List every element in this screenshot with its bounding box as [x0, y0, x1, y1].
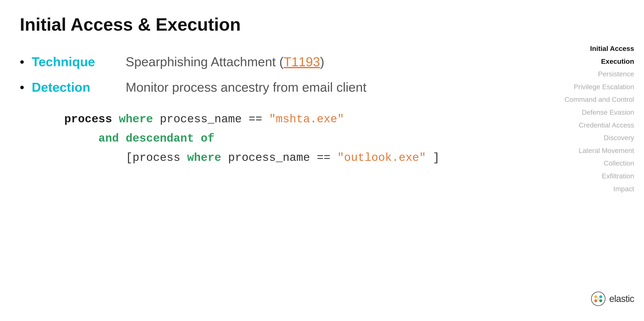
sidebar: Initial Access Execution Persistence Pri…: [552, 0, 644, 321]
bullet-list: • Technique Spearphishing Attachment (T1…: [20, 54, 530, 95]
code-descendant: descendant of: [126, 132, 214, 145]
code-line-1: process where process_name == "mshta.exe…: [64, 110, 530, 129]
page-title: Initial Access & Execution: [20, 15, 530, 34]
technique-label: Technique: [32, 54, 126, 69]
technique-text-suffix: ): [320, 55, 324, 69]
svg-point-5: [597, 297, 600, 300]
detection-bullet: • Detection Monitor process ancestry fro…: [20, 80, 530, 95]
code-and: and: [98, 132, 119, 145]
sidebar-item-impact[interactable]: Impact: [564, 185, 634, 193]
sidebar-item-initial-access[interactable]: Initial Access: [564, 44, 634, 53]
code-end: ]: [433, 151, 440, 164]
sidebar-item-persistence[interactable]: Persistence: [564, 70, 634, 78]
code-plain-1: process_name ==: [160, 113, 269, 126]
svg-point-4: [599, 299, 602, 302]
elastic-logo-icon: [591, 291, 606, 306]
main-content: Initial Access & Execution • Technique S…: [0, 0, 550, 321]
sidebar-nav: Initial Access Execution Persistence Pri…: [564, 44, 634, 193]
detection-label: Detection: [32, 80, 126, 95]
sidebar-item-defense-evasion[interactable]: Defense Evasion: [564, 108, 634, 117]
code-indent-3: [64, 151, 119, 164]
code-bracket: [process: [126, 151, 180, 164]
code-where-2: where: [187, 151, 221, 164]
sidebar-item-discovery[interactable]: Discovery: [564, 134, 634, 142]
sidebar-item-lateral-movement[interactable]: Lateral Movement: [564, 147, 634, 155]
technique-text-prefix: Spearphishing Attachment (: [126, 55, 284, 69]
technique-link[interactable]: T1193: [284, 55, 320, 69]
code-line-3: [process where process_name == "outlook.…: [64, 148, 530, 168]
bullet-dot-1: •: [20, 54, 24, 69]
sidebar-item-command-control[interactable]: Command and Control: [564, 95, 634, 104]
sidebar-item-execution[interactable]: Execution: [564, 57, 634, 66]
technique-value: Spearphishing Attachment (T1193): [126, 54, 324, 69]
code-plain-3: process_name ==: [228, 151, 338, 164]
detection-value: Monitor process ancestry from email clie…: [126, 80, 366, 95]
technique-bullet: • Technique Spearphishing Attachment (T1…: [20, 54, 530, 69]
code-line-2: and descendant of: [64, 129, 530, 148]
code-string-1: "mshta.exe": [269, 113, 344, 126]
svg-point-2: [599, 295, 602, 298]
sidebar-item-exfiltration[interactable]: Exfiltration: [564, 172, 634, 180]
code-indent-2: [64, 132, 92, 145]
code-string-2: "outlook.exe": [337, 151, 426, 164]
code-block: process where process_name == "mshta.exe…: [64, 110, 530, 168]
sidebar-item-collection[interactable]: Collection: [564, 159, 634, 168]
bullet-dot-2: •: [20, 80, 24, 95]
svg-point-3: [594, 299, 597, 302]
code-where-1: where: [119, 113, 153, 126]
elastic-logo: elastic: [591, 291, 634, 306]
code-process-1: process: [64, 113, 112, 126]
svg-point-1: [594, 295, 597, 298]
sidebar-item-credential-access[interactable]: Credential Access: [564, 121, 634, 129]
sidebar-item-privilege-escalation[interactable]: Privilege Escalation: [564, 83, 634, 91]
elastic-logo-text: elastic: [609, 294, 634, 304]
